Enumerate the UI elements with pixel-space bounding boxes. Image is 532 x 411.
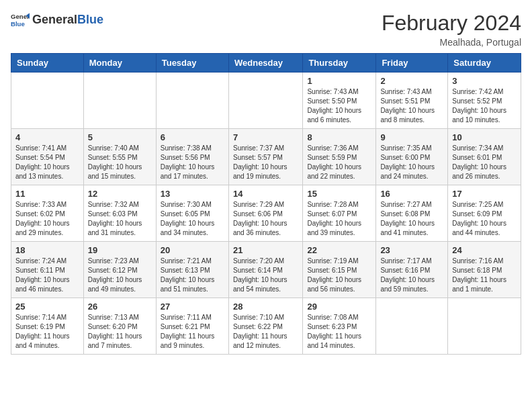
day-number: 6 <box>161 132 224 142</box>
calendar-cell <box>448 298 521 355</box>
day-info: Sunrise: 7:21 AM Sunset: 6:13 PM Dayligh… <box>161 257 224 294</box>
calendar-cell: 17Sunrise: 7:25 AM Sunset: 6:09 PM Dayli… <box>448 185 521 242</box>
calendar-cell: 27Sunrise: 7:11 AM Sunset: 6:21 PM Dayli… <box>156 298 228 355</box>
calendar-cell: 3Sunrise: 7:42 AM Sunset: 5:52 PM Daylig… <box>448 73 521 129</box>
logo-general: General <box>32 13 77 26</box>
weekday-row: SundayMondayTuesdayWednesdayThursdayFrid… <box>11 54 521 73</box>
calendar-cell: 15Sunrise: 7:28 AM Sunset: 6:07 PM Dayli… <box>303 185 376 242</box>
day-number: 1 <box>307 76 371 86</box>
day-number: 13 <box>161 189 224 199</box>
month-title: February 2024 <box>382 11 521 36</box>
day-number: 12 <box>88 189 152 199</box>
day-number: 15 <box>307 189 371 199</box>
calendar-table: SundayMondayTuesdayWednesdayThursdayFrid… <box>11 53 521 355</box>
day-number: 29 <box>307 302 371 312</box>
day-number: 21 <box>233 245 298 255</box>
day-info: Sunrise: 7:23 AM Sunset: 6:12 PM Dayligh… <box>88 257 152 294</box>
day-info: Sunrise: 7:08 AM Sunset: 6:23 PM Dayligh… <box>307 313 371 351</box>
calendar-body: 1Sunrise: 7:43 AM Sunset: 5:50 PM Daylig… <box>11 73 521 355</box>
weekday-header: Saturday <box>448 54 521 73</box>
day-number: 16 <box>380 189 443 199</box>
weekday-header: Thursday <box>303 54 376 73</box>
calendar-cell: 25Sunrise: 7:14 AM Sunset: 6:19 PM Dayli… <box>11 298 84 355</box>
day-number: 19 <box>88 245 152 255</box>
day-info: Sunrise: 7:16 AM Sunset: 6:18 PM Dayligh… <box>452 257 517 294</box>
day-info: Sunrise: 7:40 AM Sunset: 5:55 PM Dayligh… <box>88 144 152 181</box>
day-number: 20 <box>161 245 224 255</box>
day-info: Sunrise: 7:32 AM Sunset: 6:03 PM Dayligh… <box>88 200 152 238</box>
day-info: Sunrise: 7:34 AM Sunset: 6:01 PM Dayligh… <box>452 144 517 181</box>
day-info: Sunrise: 7:13 AM Sunset: 6:20 PM Dayligh… <box>88 313 152 351</box>
weekday-header: Monday <box>83 54 156 73</box>
calendar-cell: 7Sunrise: 7:37 AM Sunset: 5:57 PM Daylig… <box>228 129 302 185</box>
day-number: 17 <box>452 189 517 199</box>
page-header: General Blue GeneralBlue February 2024 M… <box>11 11 521 48</box>
day-info: Sunrise: 7:20 AM Sunset: 6:14 PM Dayligh… <box>233 257 298 294</box>
weekday-header: Tuesday <box>156 54 228 73</box>
calendar-cell: 22Sunrise: 7:19 AM Sunset: 6:15 PM Dayli… <box>303 242 376 298</box>
day-info: Sunrise: 7:28 AM Sunset: 6:07 PM Dayligh… <box>307 200 371 238</box>
day-number: 25 <box>15 302 79 312</box>
calendar-header: SundayMondayTuesdayWednesdayThursdayFrid… <box>11 54 521 73</box>
calendar-cell: 1Sunrise: 7:43 AM Sunset: 5:50 PM Daylig… <box>303 73 376 129</box>
weekday-header: Sunday <box>11 54 84 73</box>
day-number: 8 <box>307 132 371 142</box>
calendar-cell: 9Sunrise: 7:35 AM Sunset: 6:00 PM Daylig… <box>376 129 448 185</box>
day-info: Sunrise: 7:19 AM Sunset: 6:15 PM Dayligh… <box>307 257 371 294</box>
day-number: 14 <box>233 189 298 199</box>
logo: General Blue GeneralBlue <box>11 11 103 30</box>
day-number: 28 <box>233 302 298 312</box>
day-number: 10 <box>452 132 517 142</box>
day-info: Sunrise: 7:11 AM Sunset: 6:21 PM Dayligh… <box>161 313 224 351</box>
calendar-cell: 8Sunrise: 7:36 AM Sunset: 5:59 PM Daylig… <box>303 129 376 185</box>
day-info: Sunrise: 7:36 AM Sunset: 5:59 PM Dayligh… <box>307 144 371 181</box>
logo-blue: Blue <box>77 13 103 26</box>
weekday-header: Wednesday <box>228 54 302 73</box>
day-info: Sunrise: 7:27 AM Sunset: 6:08 PM Dayligh… <box>380 200 443 238</box>
day-info: Sunrise: 7:37 AM Sunset: 5:57 PM Dayligh… <box>233 144 298 181</box>
day-info: Sunrise: 7:33 AM Sunset: 6:02 PM Dayligh… <box>15 200 79 238</box>
day-number: 7 <box>233 132 298 142</box>
day-info: Sunrise: 7:30 AM Sunset: 6:05 PM Dayligh… <box>161 200 224 238</box>
day-info: Sunrise: 7:10 AM Sunset: 6:22 PM Dayligh… <box>233 313 298 351</box>
calendar-cell: 29Sunrise: 7:08 AM Sunset: 6:23 PM Dayli… <box>303 298 376 355</box>
calendar-cell <box>156 73 228 129</box>
day-number: 26 <box>88 302 152 312</box>
title-area: February 2024 Mealhada, Portugal <box>382 11 521 48</box>
calendar-cell: 10Sunrise: 7:34 AM Sunset: 6:01 PM Dayli… <box>448 129 521 185</box>
day-info: Sunrise: 7:41 AM Sunset: 5:54 PM Dayligh… <box>15 144 79 181</box>
day-number: 4 <box>15 132 79 142</box>
day-number: 27 <box>161 302 224 312</box>
calendar-cell: 12Sunrise: 7:32 AM Sunset: 6:03 PM Dayli… <box>83 185 156 242</box>
logo-icon: General Blue <box>11 11 30 30</box>
calendar-cell: 2Sunrise: 7:43 AM Sunset: 5:51 PM Daylig… <box>376 73 448 129</box>
day-number: 18 <box>15 245 79 255</box>
day-info: Sunrise: 7:42 AM Sunset: 5:52 PM Dayligh… <box>452 87 517 125</box>
calendar-week-row: 25Sunrise: 7:14 AM Sunset: 6:19 PM Dayli… <box>11 298 521 355</box>
day-info: Sunrise: 7:24 AM Sunset: 6:11 PM Dayligh… <box>15 257 79 294</box>
calendar-cell: 23Sunrise: 7:17 AM Sunset: 6:16 PM Dayli… <box>376 242 448 298</box>
calendar-cell: 11Sunrise: 7:33 AM Sunset: 6:02 PM Dayli… <box>11 185 84 242</box>
day-info: Sunrise: 7:29 AM Sunset: 6:06 PM Dayligh… <box>233 200 298 238</box>
day-number: 2 <box>380 76 443 86</box>
day-info: Sunrise: 7:14 AM Sunset: 6:19 PM Dayligh… <box>15 313 79 351</box>
day-number: 11 <box>15 189 79 199</box>
day-info: Sunrise: 7:43 AM Sunset: 5:51 PM Dayligh… <box>380 87 443 125</box>
calendar-cell <box>228 73 302 129</box>
day-number: 23 <box>380 245 443 255</box>
calendar-week-row: 1Sunrise: 7:43 AM Sunset: 5:50 PM Daylig… <box>11 73 521 129</box>
day-number: 9 <box>380 132 443 142</box>
calendar-week-row: 18Sunrise: 7:24 AM Sunset: 6:11 PM Dayli… <box>11 242 521 298</box>
day-number: 22 <box>307 245 371 255</box>
day-number: 3 <box>452 76 517 86</box>
day-info: Sunrise: 7:25 AM Sunset: 6:09 PM Dayligh… <box>452 200 517 238</box>
day-info: Sunrise: 7:38 AM Sunset: 5:56 PM Dayligh… <box>161 144 224 181</box>
day-number: 5 <box>88 132 152 142</box>
calendar-cell: 28Sunrise: 7:10 AM Sunset: 6:22 PM Dayli… <box>228 298 302 355</box>
calendar-cell: 13Sunrise: 7:30 AM Sunset: 6:05 PM Dayli… <box>156 185 228 242</box>
calendar-cell <box>376 298 448 355</box>
calendar-cell: 19Sunrise: 7:23 AM Sunset: 6:12 PM Dayli… <box>83 242 156 298</box>
calendar-cell: 14Sunrise: 7:29 AM Sunset: 6:06 PM Dayli… <box>228 185 302 242</box>
calendar-cell: 20Sunrise: 7:21 AM Sunset: 6:13 PM Dayli… <box>156 242 228 298</box>
calendar-cell: 26Sunrise: 7:13 AM Sunset: 6:20 PM Dayli… <box>83 298 156 355</box>
